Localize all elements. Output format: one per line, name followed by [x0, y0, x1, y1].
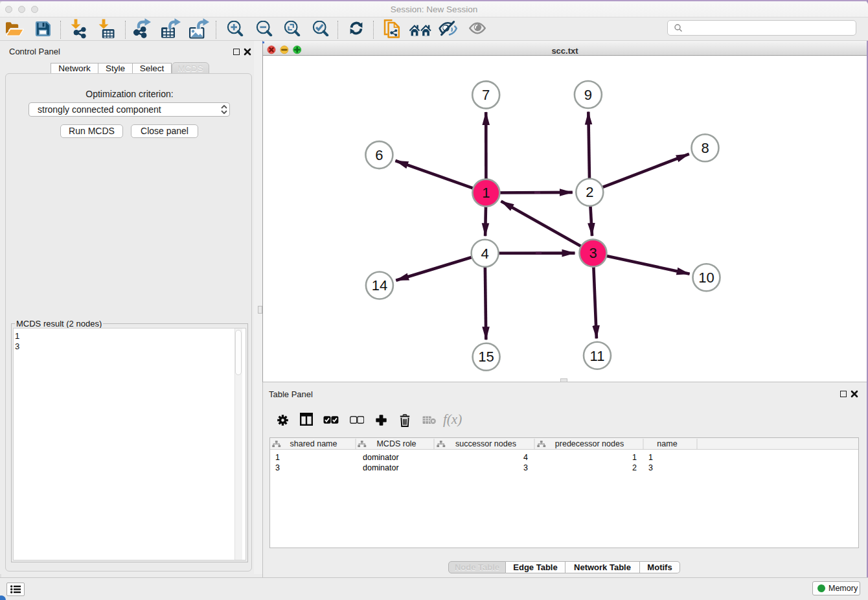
svg-text:MCDS role: MCDS role [376, 439, 416, 448]
svg-text:1: 1 [632, 453, 637, 462]
svg-text:shared name: shared name [290, 439, 337, 448]
svg-text:7: 7 [482, 87, 490, 103]
svg-text:10: 10 [698, 270, 714, 286]
svg-text:3: 3 [589, 245, 597, 261]
svg-text:6: 6 [375, 147, 383, 163]
svg-text:4: 4 [523, 453, 528, 462]
svg-text:1: 1 [482, 185, 490, 201]
svg-text:1: 1 [648, 453, 653, 462]
svg-text:3: 3 [275, 463, 280, 472]
svg-text:dominator: dominator [363, 463, 399, 472]
svg-text:9: 9 [584, 87, 592, 103]
svg-text:name: name [657, 439, 677, 448]
svg-text:successor nodes: successor nodes [455, 439, 516, 448]
svg-text:14: 14 [372, 277, 387, 294]
svg-text:11: 11 [590, 348, 605, 364]
svg-text:4: 4 [481, 246, 488, 262]
svg-text:2: 2 [632, 463, 637, 472]
svg-text:dominator: dominator [363, 453, 399, 462]
svg-text:predecessor nodes: predecessor nodes [555, 439, 624, 448]
svg-text:2: 2 [586, 184, 593, 200]
svg-text:3: 3 [523, 463, 528, 472]
svg-text:1: 1 [275, 453, 280, 462]
svg-text:3: 3 [648, 463, 653, 472]
svg-text:15: 15 [478, 349, 494, 365]
svg-text:8: 8 [701, 140, 709, 156]
